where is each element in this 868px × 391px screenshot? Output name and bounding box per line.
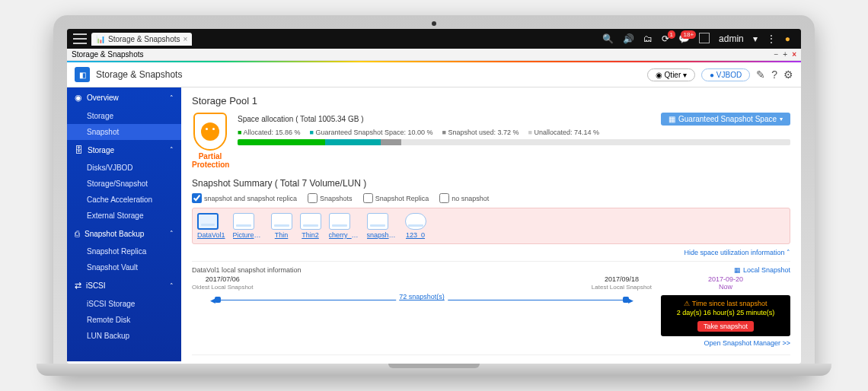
os-tab-storage[interactable]: 📊 Storage & Snapshots ×	[91, 33, 192, 46]
sidebar-section-label: Storage	[88, 146, 114, 154]
sidebar-section-backup[interactable]: ⎙Snapshot Backup˄	[67, 224, 181, 243]
arrow-right-icon: ▶	[628, 297, 633, 304]
sidebar-item-vault[interactable]: Snapshot Vault	[67, 259, 181, 275]
backup-icon: ⎙	[75, 229, 80, 238]
os-top-bar: 📊 Storage & Snapshots × 🔍 🔊 🗂 ⟳1 💬18+ ad…	[67, 29, 801, 49]
app-icon: ◧	[75, 67, 90, 82]
refresh-icon[interactable]: ⟳1	[662, 33, 669, 44]
main-panel: Storage Pool 1 Partial Protection Space …	[181, 87, 801, 361]
laptop-base	[37, 364, 831, 376]
window-title: Storage & Snapshots	[72, 50, 144, 59]
user-avatar-icon[interactable]	[699, 33, 710, 46]
volume-thin2[interactable]: Thin2	[300, 213, 321, 239]
minimize-icon[interactable]: −	[774, 50, 778, 59]
wand-icon[interactable]: ✎	[756, 68, 765, 81]
sidebar-item-remote-disk[interactable]: Remote Disk	[67, 312, 181, 328]
vjbod-button[interactable]: ● VJBOD	[701, 68, 750, 81]
sidebar-item-lun-backup[interactable]: LUN Backup	[67, 328, 181, 344]
hide-link[interactable]: Hide space utilization information ˄	[192, 249, 790, 256]
timeline-bar: ◀ 72 snapshot(s) ▶	[192, 295, 652, 306]
volume-icon	[300, 213, 321, 230]
close-icon[interactable]: ×	[183, 35, 188, 43]
now-date: 2017-09-20	[661, 275, 790, 283]
tl-latest: 2017/09/18Latest Local Snapshot	[592, 275, 652, 291]
legend-allocated: Allocated: 15.86 %	[238, 129, 301, 136]
close-window-icon[interactable]: ×	[792, 50, 796, 59]
volume-icon	[329, 213, 350, 230]
sidebar-section-label: Overview	[87, 94, 119, 102]
os-tab-title: Storage & Snapshots	[108, 35, 180, 43]
chevron-up-icon: ˄	[170, 146, 174, 154]
sidebar: ◉Overview˄ Storage Snapshot 🗄Storage˄ Di…	[67, 87, 181, 361]
pool-title: Storage Pool 1	[192, 95, 790, 106]
volume-cherry[interactable]: cherry_V...	[329, 213, 359, 239]
sidebar-item-snapshot[interactable]: Snapshot	[67, 124, 181, 140]
volume-datavol1[interactable]: DataVol1	[197, 213, 225, 239]
gss-button[interactable]: ▦Guaranteed Snapshot Space	[661, 113, 790, 126]
sidebar-section-iscsi[interactable]: ⇄iSCSI˄	[67, 275, 181, 296]
filter-replica[interactable]: Snapshot Replica	[363, 193, 429, 203]
sidebar-section-storage[interactable]: 🗄Storage˄	[67, 140, 181, 160]
shield-icon	[193, 113, 227, 151]
legend-used: Snapshot used: 3.72 %	[442, 129, 519, 136]
summary-title: Snapshot Summary ( Total 7 Volume/LUN )	[192, 178, 790, 189]
sidebar-item-cache[interactable]: Cache Acceleration	[67, 192, 181, 208]
iscsi-icon: ⇄	[75, 281, 81, 291]
maximize-icon[interactable]: +	[783, 50, 787, 59]
task-icon[interactable]: 🗂	[643, 33, 653, 44]
sidebar-item-disks[interactable]: Disks/VJBOD	[67, 160, 181, 176]
sidebar-item-storage[interactable]: Storage	[67, 108, 181, 124]
alloc-legend: Allocated: 15.86 % Guaranteed Snapshot S…	[238, 129, 790, 136]
notification-icon[interactable]: 💬18+	[678, 33, 690, 44]
refresh-badge: 1	[668, 30, 675, 39]
gear-icon[interactable]: ⚙	[783, 68, 793, 81]
open-manager-link[interactable]: Open Snapshot Manager >>	[661, 339, 790, 347]
hamburger-icon[interactable]	[73, 33, 87, 44]
disk-icon: ▦	[669, 115, 675, 123]
sidebar-item-replica[interactable]: Snapshot Replica	[67, 243, 181, 259]
search-icon[interactable]: 🔍	[602, 33, 614, 44]
dashboard-icon[interactable]: ●	[785, 33, 790, 44]
sidebar-item-external[interactable]: External Storage	[67, 208, 181, 224]
sidebar-section-overview[interactable]: ◉Overview˄	[67, 87, 181, 108]
volume-picture[interactable]: Picture_...	[233, 213, 263, 239]
volume-icon	[233, 213, 254, 230]
app-header: ◧ Storage & Snapshots ◉ Qtier ▾ ● VJBOD …	[67, 62, 801, 87]
sidebar-item-storage-snapshot[interactable]: Storage/Snapshot	[67, 176, 181, 192]
legend-unalloc: Unallocated: 74.14 %	[528, 129, 600, 136]
camera-dot	[432, 21, 436, 26]
volume-123-0[interactable]: 123_0	[405, 213, 426, 239]
sidebar-section-label: Snapshot Backup	[85, 230, 144, 238]
arrow-left-icon: ◀	[210, 297, 215, 304]
util-title: Snapshot Space Utilization	[192, 354, 790, 361]
overview-icon: ◉	[75, 93, 82, 103]
app-pin-icon: 📊	[96, 35, 105, 43]
volume-snapsho[interactable]: snapsho...	[367, 213, 397, 239]
window-titlebar: Storage & Snapshots − + ×	[67, 49, 801, 61]
qtier-button[interactable]: ◉ Qtier ▾	[647, 68, 695, 81]
filter-snapshots[interactable]: Snapshots	[308, 193, 353, 203]
tl-header: DataVol1 local snapshot information	[192, 266, 302, 274]
snapshot-count-link[interactable]: 72 snapshot(s)	[396, 293, 448, 300]
time-since-value: 2 day(s) 16 hour(s) 25 minute(s)	[667, 309, 784, 316]
filter-none[interactable]: no snapshot	[439, 193, 489, 203]
volume-thin[interactable]: Thin	[271, 213, 292, 239]
more-icon[interactable]: ⋮	[767, 33, 776, 44]
local-snapshot-tag: ▦ Local Snapshot	[661, 266, 790, 274]
take-snapshot-button[interactable]: Take snapshot	[697, 321, 754, 332]
laptop-frame: 📊 Storage & Snapshots × 🔍 🔊 🗂 ⟳1 💬18+ ad…	[53, 15, 815, 376]
volume-icon[interactable]: 🔊	[623, 33, 634, 44]
filter-both[interactable]: snapshot and snapshot replica	[192, 193, 297, 203]
chevron-up-icon: ˄	[170, 282, 174, 290]
lun-icon	[405, 213, 426, 230]
storage-icon: 🗄	[75, 145, 83, 154]
chevron-up-icon: ˄	[170, 94, 174, 102]
tl-oldest: 2017/07/06Oldest Local Snapshot	[192, 275, 254, 291]
help-icon[interactable]: ?	[771, 68, 777, 81]
user-label[interactable]: admin	[719, 33, 744, 44]
sidebar-item-iscsi-storage[interactable]: iSCSI Storage	[67, 296, 181, 312]
protection-shield: Partial Protection	[192, 113, 228, 169]
alloc-title: Space allocation ( Total 1005.34 GB )	[238, 115, 363, 123]
warning-icon: ⚠	[684, 300, 690, 307]
chevron-down-icon[interactable]: ▾	[753, 33, 758, 44]
